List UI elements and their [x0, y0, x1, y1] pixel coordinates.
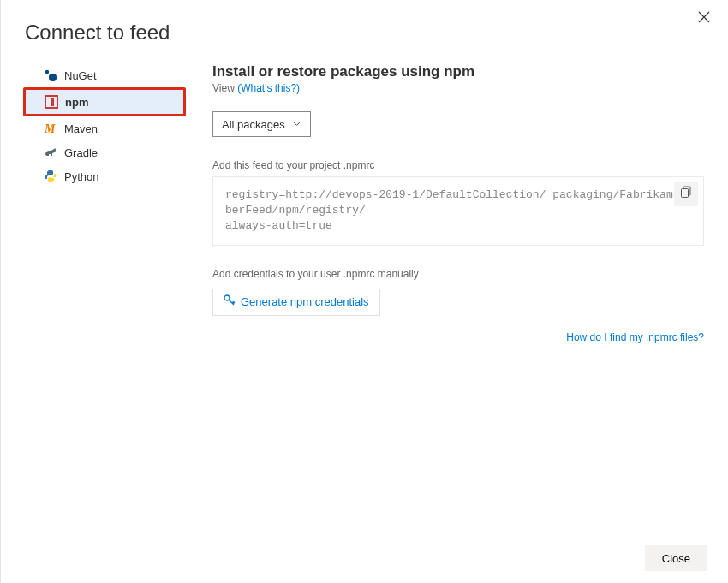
code-line: always-auth=true [225, 218, 691, 234]
tool-sidebar: NuGet npm M Maven G [1, 60, 188, 533]
svg-rect-1 [49, 74, 57, 81]
nuget-icon [44, 68, 57, 82]
sidebar-item-python[interactable]: Python [1, 164, 188, 188]
content-pane: Install or restore packages using npm Vi… [188, 60, 728, 533]
section-add-feed-label: Add this feed to your project .npmrc [212, 159, 704, 171]
close-icon[interactable] [692, 5, 716, 29]
view-label: View [212, 82, 235, 94]
packages-dropdown[interactable]: All packages [212, 111, 311, 137]
python-icon [44, 170, 57, 183]
section-credentials-label: Add credentials to your user .npmrc manu… [212, 268, 704, 280]
npmrc-code-block: registry=http://devops-2019-1/DefaultCol… [212, 176, 704, 246]
svg-rect-3 [51, 98, 54, 106]
sidebar-item-npm[interactable]: npm [26, 90, 183, 114]
svg-rect-6 [682, 188, 689, 197]
content-heading: Install or restore packages using npm [212, 63, 704, 80]
whats-this-link[interactable]: (What's this?) [237, 82, 300, 94]
svg-text:M: M [44, 122, 56, 135]
find-npmrc-link[interactable]: How do I find my .npmrc files? [212, 331, 704, 343]
sidebar-item-gradle[interactable]: Gradle [1, 140, 188, 164]
generate-credentials-button[interactable]: Generate npm credentials [212, 289, 380, 316]
annotation-highlight: npm [23, 87, 186, 116]
svg-point-0 [45, 70, 49, 74]
copy-icon [680, 186, 692, 203]
dialog-title: Connect to feed [25, 21, 704, 45]
copy-button[interactable] [674, 182, 698, 206]
generate-credentials-label: Generate npm credentials [241, 295, 369, 308]
sidebar-item-nuget[interactable]: NuGet [1, 63, 188, 87]
sidebar-item-maven[interactable]: M Maven [1, 116, 188, 140]
code-line: registry=http://devops-2019-1/DefaultCol… [225, 187, 691, 218]
close-button[interactable]: Close [645, 545, 707, 571]
maven-icon: M [44, 122, 57, 135]
gradle-icon [44, 146, 57, 159]
dropdown-value: All packages [222, 118, 285, 131]
key-icon [224, 294, 236, 309]
npm-icon [45, 95, 58, 109]
chevron-down-icon [292, 118, 301, 131]
